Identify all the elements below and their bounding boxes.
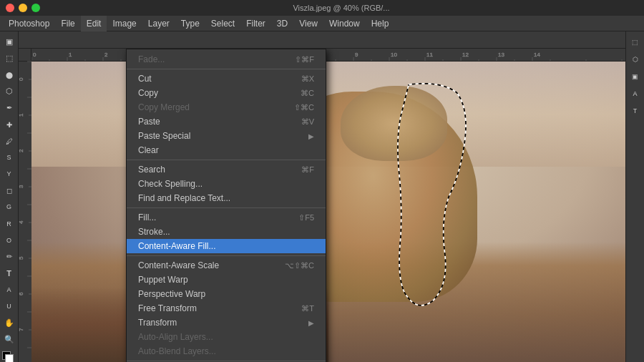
ctx-transform[interactable]: Transform ▶	[127, 315, 326, 330]
photo-canvas	[31, 62, 625, 362]
menu-edit[interactable]: Edit	[81, 16, 107, 31]
tool-eraser[interactable]: ◻	[1, 183, 17, 198]
ctx-copy-merged[interactable]: Copy Merged ⇧⌘C	[127, 100, 326, 114]
svg-text:10: 10	[391, 52, 397, 58]
ctx-auto-align-label: Auto-Align Layers...	[138, 332, 213, 342]
tool-marquee[interactable]: ▣	[1, 34, 17, 49]
svg-text:13: 13	[498, 52, 504, 58]
ctx-fill-shortcut: ⇧F5	[298, 213, 314, 222]
tool-shape[interactable]: U	[1, 299, 17, 314]
svg-rect-48	[19, 62, 31, 362]
ctx-stroke[interactable]: Stroke...	[127, 225, 326, 239]
menu-file[interactable]: File	[55, 16, 80, 31]
tool-zoom[interactable]: 🔍	[1, 332, 17, 347]
ctx-content-aware-scale[interactable]: Content-Aware Scale ⌥⇧⌘C	[127, 258, 326, 273]
ctx-copy-merged-shortcut: ⇧⌘C	[294, 103, 314, 112]
ctx-paste-special-arrow: ▶	[308, 132, 314, 140]
tool-text[interactable]: T	[1, 265, 17, 280]
ctx-check-spelling-label: Check Spelling...	[138, 179, 203, 189]
ctx-free-transform[interactable]: Free Transform ⌘T	[127, 301, 326, 315]
ctx-copy[interactable]: Copy ⌘C	[127, 86, 326, 100]
menu-3d[interactable]: 3D	[271, 16, 293, 31]
ctx-fill[interactable]: Fill... ⇧F5	[127, 210, 326, 225]
ctx-check-spelling[interactable]: Check Spelling...	[127, 177, 326, 191]
ctx-paste-label: Paste	[138, 117, 160, 127]
ctx-clear-label: Clear	[138, 145, 159, 155]
svg-text:12: 12	[462, 52, 469, 58]
right-tool-1[interactable]: ⬚	[628, 34, 643, 50]
ctx-fade[interactable]: Fade... ⇧⌘F	[127, 52, 326, 67]
svg-text:0: 0	[33, 52, 36, 58]
ctx-free-transform-label: Free Transform	[138, 303, 197, 313]
ctx-content-aware-fill[interactable]: Content-Aware Fill...	[127, 239, 326, 253]
close-button[interactable]	[6, 4, 14, 12]
ctx-paste[interactable]: Paste ⌘V	[127, 114, 326, 129]
right-tool-3[interactable]: ▣	[628, 69, 643, 84]
ctx-copy-label: Copy	[138, 88, 158, 98]
menu-layer[interactable]: Layer	[142, 16, 175, 31]
tool-history-brush[interactable]: Y	[1, 167, 17, 182]
menu-select[interactable]: Select	[205, 16, 240, 31]
right-tool-5[interactable]: T	[628, 103, 643, 119]
menu-type[interactable]: Type	[175, 16, 205, 31]
ctx-perspective-warp[interactable]: Perspective Warp	[127, 287, 326, 301]
menu-bar: Photoshop File Edit Image Layer Type Sel…	[0, 16, 644, 31]
tool-magic-wand[interactable]: ⬤	[1, 67, 17, 82]
tool-dodge[interactable]: O	[1, 233, 17, 248]
tool-heal[interactable]: ✚	[1, 117, 17, 132]
tool-pen[interactable]: ✏	[1, 249, 17, 264]
tool-gradient[interactable]: G	[1, 200, 17, 215]
ctx-fade-label: Fade...	[138, 54, 165, 64]
tool-lasso[interactable]: ⬚	[1, 51, 17, 66]
ctx-fade-shortcut: ⇧⌘F	[295, 55, 314, 64]
menu-help[interactable]: Help	[366, 16, 395, 31]
menu-filter[interactable]: Filter	[240, 16, 271, 31]
tool-path[interactable]: A	[1, 282, 17, 297]
right-tool-4[interactable]: A	[628, 86, 643, 102]
ctx-cut-label: Cut	[138, 74, 152, 84]
ctx-clear[interactable]: Clear	[127, 143, 326, 157]
ctx-cut[interactable]: Cut ⌘X	[127, 72, 326, 86]
menu-view[interactable]: View	[293, 16, 323, 31]
ctx-content-aware-fill-label: Content-Aware Fill...	[138, 241, 216, 251]
minimize-button[interactable]	[19, 4, 27, 12]
ctx-search[interactable]: Search ⌘F	[127, 162, 326, 177]
menu-window[interactable]: Window	[323, 16, 366, 31]
svg-text:3: 3	[19, 185, 24, 188]
menu-image[interactable]: Image	[107, 16, 142, 31]
separator-4	[127, 255, 326, 256]
ctx-search-label: Search	[138, 165, 165, 175]
window-title: Viszla.jpeg @ 40% (RGB/...	[44, 4, 638, 12]
ctx-cut-shortcut: ⌘X	[301, 74, 314, 84]
ctx-auto-blend[interactable]: Auto-Blend Layers...	[127, 344, 326, 358]
tool-clone[interactable]: S	[1, 150, 17, 165]
svg-text:6: 6	[19, 292, 24, 295]
maximize-button[interactable]	[31, 4, 40, 12]
svg-text:5: 5	[19, 256, 24, 260]
tool-blur[interactable]: R	[1, 216, 17, 231]
tool-hand[interactable]: ✋	[1, 315, 17, 331]
ctx-copy-shortcut: ⌘C	[301, 89, 314, 98]
menu-photoshop[interactable]: Photoshop	[3, 16, 55, 31]
ctx-paste-special[interactable]: Paste Special ▶	[127, 129, 326, 143]
foreground-background-colors[interactable]	[2, 351, 16, 362]
ctx-content-aware-scale-label: Content-Aware Scale	[138, 260, 219, 270]
ctx-stroke-label: Stroke...	[138, 227, 170, 237]
tool-eyedropper[interactable]: ✒	[1, 100, 17, 115]
svg-text:1: 1	[19, 113, 24, 117]
right-tool-2[interactable]: ⬡	[628, 52, 643, 67]
svg-text:2: 2	[19, 149, 24, 152]
svg-text:11: 11	[426, 52, 433, 58]
tool-brush[interactable]: 🖊	[1, 134, 17, 149]
separator-1	[127, 69, 326, 69]
ctx-auto-align[interactable]: Auto-Align Layers...	[127, 330, 326, 344]
ctx-free-transform-shortcut: ⌘T	[301, 304, 314, 313]
tool-crop[interactable]: ⬡	[1, 84, 17, 99]
svg-text:14: 14	[534, 52, 540, 58]
ctx-perspective-warp-label: Perspective Warp	[138, 289, 205, 299]
ctx-find-replace[interactable]: Find and Replace Text...	[127, 191, 326, 205]
svg-text:9: 9	[355, 52, 358, 58]
separator-2	[127, 160, 326, 160]
svg-text:1: 1	[69, 52, 72, 58]
ctx-puppet-warp[interactable]: Puppet Warp	[127, 273, 326, 287]
